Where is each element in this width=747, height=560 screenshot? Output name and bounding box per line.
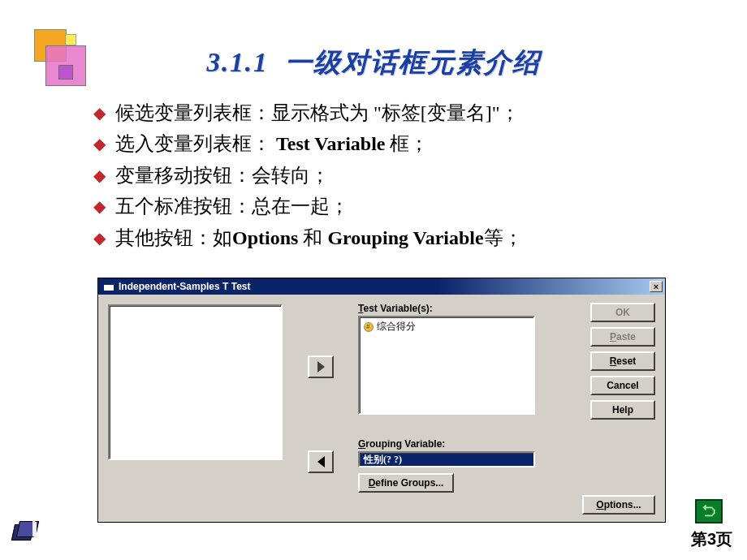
dialog-titlebar: Independent-Samples T Test × xyxy=(98,278,665,295)
page-number: 第3页 xyxy=(691,528,732,550)
bullet-item: ◆ 候选变量列表框：显示格式为 "标签[变量名]"； xyxy=(93,97,747,128)
bullet-icon: ◆ xyxy=(93,160,106,191)
variable-item[interactable]: 综合得分 xyxy=(364,320,529,334)
bullet-text: 其他按钮：如Options 和 Grouping Variable等； xyxy=(115,222,523,253)
slide-title: 3.1.1 一级对话框元素介绍 xyxy=(0,0,747,81)
define-groups-button[interactable]: Define Groups... xyxy=(358,473,454,493)
bullet-icon: ◆ xyxy=(93,128,106,159)
scale-variable-icon xyxy=(364,322,374,332)
bullet-text: 候选变量列表框：显示格式为 "标签[变量名]"； xyxy=(115,97,520,128)
bullet-text: 变量移动按钮：会转向； xyxy=(115,160,330,191)
reset-button[interactable]: Reset xyxy=(590,351,655,371)
title-text: 一级对话框元素介绍 xyxy=(285,48,541,77)
cancel-button[interactable]: Cancel xyxy=(590,376,655,395)
bullet-icon: ◆ xyxy=(93,97,106,128)
dialog-title-text: Independent-Samples T Test xyxy=(119,281,250,292)
deco-square-purple xyxy=(58,65,73,80)
books-icon xyxy=(8,519,42,545)
bullet-item: ◆ 变量移动按钮：会转向； xyxy=(93,160,747,191)
return-nav-icon[interactable]: ⮌ xyxy=(695,499,723,523)
close-button[interactable]: × xyxy=(650,281,663,292)
standard-buttons: OK Paste Reset Cancel Help xyxy=(590,303,655,424)
paste-button[interactable]: Paste xyxy=(590,327,655,347)
test-variable-label: Test Variable(s): xyxy=(358,303,433,314)
grouping-variable-label: Grouping Variable: xyxy=(358,438,445,450)
bullet-item: ◆ 选入变量列表框： Test Variable 框； xyxy=(93,128,747,159)
bullet-text: 五个标准按钮：总在一起； xyxy=(115,191,349,222)
bullet-text: 选入变量列表框： Test Variable 框； xyxy=(115,128,429,159)
grouping-variable-field[interactable]: 性别(? ?) xyxy=(358,451,535,467)
grouping-variable-value: 性别(? ?) xyxy=(364,453,402,467)
move-to-grouping-button[interactable] xyxy=(308,450,334,473)
deco-square-yellow xyxy=(65,34,76,45)
source-variable-listbox[interactable] xyxy=(108,304,283,460)
bullet-icon: ◆ xyxy=(93,191,106,222)
ok-button[interactable]: OK xyxy=(590,303,655,322)
window-icon xyxy=(103,282,114,291)
bullet-icon: ◆ xyxy=(93,222,106,253)
bullet-list: ◆ 候选变量列表框：显示格式为 "标签[变量名]"； ◆ 选入变量列表框： Te… xyxy=(93,97,747,253)
options-button[interactable]: Options... xyxy=(582,495,655,515)
bullet-item: ◆ 五个标准按钮：总在一起； xyxy=(93,191,747,222)
arrow-right-icon xyxy=(317,361,325,373)
bullet-item: ◆ 其他按钮：如Options 和 Grouping Variable等； xyxy=(93,222,747,253)
dialog-window: Independent-Samples T Test × Test Variab… xyxy=(97,278,666,523)
variable-name: 综合得分 xyxy=(377,320,416,334)
arrow-left-icon xyxy=(317,456,325,467)
dialog-body: Test Variable(s): 综合得分 Grouping Variable… xyxy=(98,295,665,522)
test-variable-listbox[interactable]: 综合得分 xyxy=(358,316,535,415)
help-button[interactable]: Help xyxy=(590,400,655,420)
title-number: 3.1.1 xyxy=(206,48,268,77)
move-to-test-button[interactable] xyxy=(308,355,334,378)
